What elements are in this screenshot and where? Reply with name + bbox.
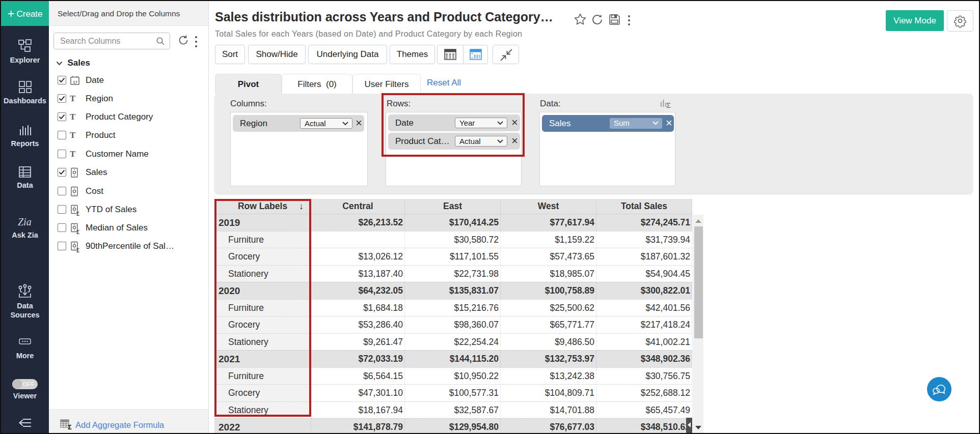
svg-text:17: 17	[73, 80, 77, 84]
svg-text:Σ: Σ	[68, 423, 72, 430]
svg-text:Σ: Σ	[76, 248, 79, 253]
svg-text:Zia: Zia	[18, 216, 32, 227]
svg-text:Σ: Σ	[76, 211, 79, 216]
svg-text:Σ: Σ	[76, 229, 79, 235]
svg-text:Σ: Σ	[666, 101, 671, 109]
